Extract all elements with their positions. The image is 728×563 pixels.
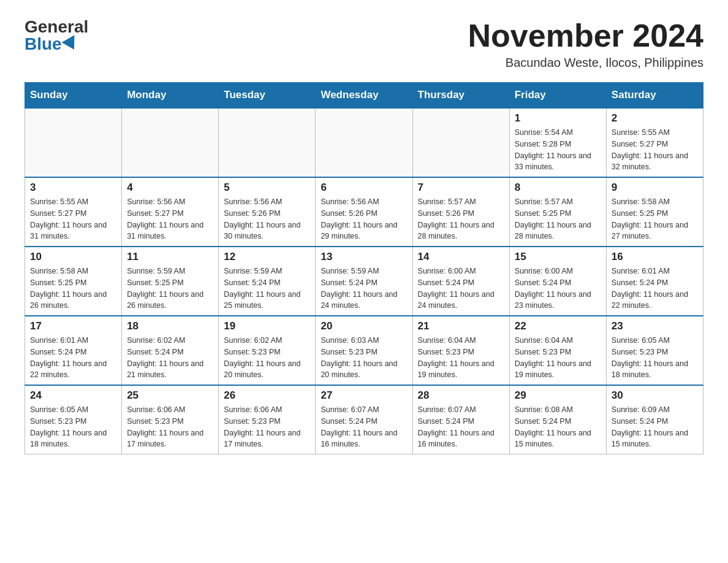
day-info: Sunrise: 5:57 AMSunset: 5:26 PMDaylight:… — [418, 196, 504, 242]
day-number: 23 — [612, 320, 698, 332]
calendar-cell: 30Sunrise: 6:09 AMSunset: 5:24 PMDayligh… — [606, 385, 703, 454]
day-number: 25 — [127, 389, 213, 402]
weekday-header-wednesday: Wednesday — [316, 83, 412, 109]
day-number: 5 — [224, 182, 310, 194]
week-row-5: 24Sunrise: 6:05 AMSunset: 5:23 PMDayligh… — [25, 385, 703, 454]
calendar-cell: 5Sunrise: 5:56 AMSunset: 5:26 PMDaylight… — [219, 177, 316, 247]
weekday-header-row: SundayMondayTuesdayWednesdayThursdayFrid… — [25, 83, 703, 109]
calendar-cell: 24Sunrise: 6:05 AMSunset: 5:23 PMDayligh… — [25, 385, 122, 454]
day-number: 9 — [612, 182, 698, 194]
calendar-cell: 1Sunrise: 5:54 AMSunset: 5:28 PMDaylight… — [509, 108, 606, 177]
day-info: Sunrise: 5:55 AMSunset: 5:27 PMDaylight:… — [30, 196, 116, 242]
day-info: Sunrise: 5:55 AMSunset: 5:27 PMDaylight:… — [612, 127, 698, 173]
calendar-cell: 12Sunrise: 5:59 AMSunset: 5:24 PMDayligh… — [219, 247, 316, 316]
calendar-cell: 15Sunrise: 6:00 AMSunset: 5:24 PMDayligh… — [509, 247, 606, 316]
day-number: 27 — [320, 389, 407, 402]
calendar-cell: 21Sunrise: 6:04 AMSunset: 5:23 PMDayligh… — [412, 316, 509, 385]
calendar-cell — [316, 108, 412, 177]
week-row-3: 10Sunrise: 5:58 AMSunset: 5:25 PMDayligh… — [25, 247, 703, 316]
calendar-cell: 18Sunrise: 6:02 AMSunset: 5:24 PMDayligh… — [122, 316, 219, 385]
day-number: 21 — [418, 320, 504, 332]
day-number: 22 — [515, 320, 601, 332]
calendar-cell: 11Sunrise: 5:59 AMSunset: 5:25 PMDayligh… — [122, 247, 219, 316]
day-number: 7 — [418, 182, 504, 194]
day-info: Sunrise: 5:58 AMSunset: 5:25 PMDaylight:… — [612, 196, 698, 242]
weekday-header-thursday: Thursday — [412, 83, 509, 109]
day-info: Sunrise: 6:03 AMSunset: 5:23 PMDaylight:… — [320, 335, 407, 381]
day-number: 14 — [418, 251, 504, 263]
day-number: 20 — [320, 320, 407, 332]
day-info: Sunrise: 5:56 AMSunset: 5:27 PMDaylight:… — [127, 196, 213, 242]
day-number: 19 — [224, 320, 310, 332]
week-row-4: 17Sunrise: 6:01 AMSunset: 5:24 PMDayligh… — [25, 316, 703, 385]
day-number: 1 — [515, 112, 601, 124]
day-number: 10 — [30, 251, 116, 263]
calendar-cell: 9Sunrise: 5:58 AMSunset: 5:25 PMDaylight… — [606, 177, 703, 247]
calendar-cell: 17Sunrise: 6:01 AMSunset: 5:24 PMDayligh… — [25, 316, 122, 385]
day-info: Sunrise: 6:09 AMSunset: 5:24 PMDaylight:… — [612, 404, 698, 450]
day-number: 26 — [224, 389, 310, 402]
logo: General Blue — [25, 18, 88, 53]
calendar-cell: 6Sunrise: 5:56 AMSunset: 5:26 PMDaylight… — [316, 177, 412, 247]
weekday-header-saturday: Saturday — [606, 83, 703, 109]
logo-blue-text: Blue — [25, 36, 78, 53]
calendar-cell: 29Sunrise: 6:08 AMSunset: 5:24 PMDayligh… — [509, 385, 606, 454]
weekday-header-tuesday: Tuesday — [219, 83, 316, 109]
calendar-cell: 14Sunrise: 6:00 AMSunset: 5:24 PMDayligh… — [412, 247, 509, 316]
day-number: 16 — [612, 251, 698, 263]
day-info: Sunrise: 5:59 AMSunset: 5:24 PMDaylight:… — [224, 266, 310, 312]
day-info: Sunrise: 6:06 AMSunset: 5:23 PMDaylight:… — [127, 404, 213, 450]
day-info: Sunrise: 6:08 AMSunset: 5:24 PMDaylight:… — [515, 404, 601, 450]
calendar-cell: 26Sunrise: 6:06 AMSunset: 5:23 PMDayligh… — [219, 385, 316, 454]
day-info: Sunrise: 6:01 AMSunset: 5:24 PMDaylight:… — [30, 335, 116, 381]
day-info: Sunrise: 5:59 AMSunset: 5:25 PMDaylight:… — [127, 266, 213, 312]
day-info: Sunrise: 6:07 AMSunset: 5:24 PMDaylight:… — [320, 404, 407, 450]
day-number: 4 — [127, 182, 213, 194]
day-info: Sunrise: 6:05 AMSunset: 5:23 PMDaylight:… — [612, 335, 698, 381]
day-info: Sunrise: 6:00 AMSunset: 5:24 PMDaylight:… — [515, 266, 601, 312]
day-info: Sunrise: 6:04 AMSunset: 5:23 PMDaylight:… — [515, 335, 601, 381]
weekday-header-sunday: Sunday — [25, 83, 122, 109]
calendar-cell: 13Sunrise: 5:59 AMSunset: 5:24 PMDayligh… — [316, 247, 412, 316]
calendar-table: SundayMondayTuesdayWednesdayThursdayFrid… — [25, 82, 703, 454]
weekday-header-friday: Friday — [509, 83, 606, 109]
calendar-cell: 27Sunrise: 6:07 AMSunset: 5:24 PMDayligh… — [316, 385, 412, 454]
day-info: Sunrise: 5:57 AMSunset: 5:25 PMDaylight:… — [515, 196, 601, 242]
day-info: Sunrise: 5:58 AMSunset: 5:25 PMDaylight:… — [30, 266, 116, 312]
calendar-cell: 3Sunrise: 5:55 AMSunset: 5:27 PMDaylight… — [25, 177, 122, 247]
calendar-cell: 28Sunrise: 6:07 AMSunset: 5:24 PMDayligh… — [412, 385, 509, 454]
calendar-cell: 10Sunrise: 5:58 AMSunset: 5:25 PMDayligh… — [25, 247, 122, 316]
day-info: Sunrise: 5:54 AMSunset: 5:28 PMDaylight:… — [515, 127, 601, 173]
calendar-cell: 25Sunrise: 6:06 AMSunset: 5:23 PMDayligh… — [122, 385, 219, 454]
day-info: Sunrise: 6:07 AMSunset: 5:24 PMDaylight:… — [418, 404, 504, 450]
day-number: 12 — [224, 251, 310, 263]
day-number: 18 — [127, 320, 213, 332]
calendar-cell: 8Sunrise: 5:57 AMSunset: 5:25 PMDaylight… — [509, 177, 606, 247]
calendar-cell: 16Sunrise: 6:01 AMSunset: 5:24 PMDayligh… — [606, 247, 703, 316]
logo-general-text: General — [25, 18, 88, 36]
day-number: 3 — [30, 182, 116, 194]
day-info: Sunrise: 6:02 AMSunset: 5:23 PMDaylight:… — [224, 335, 310, 381]
calendar-cell: 22Sunrise: 6:04 AMSunset: 5:23 PMDayligh… — [509, 316, 606, 385]
weekday-header-monday: Monday — [122, 83, 219, 109]
location-text: Bacundao Weste, Ilocos, Philippines — [468, 56, 703, 70]
day-number: 17 — [30, 320, 116, 332]
day-number: 30 — [612, 389, 698, 402]
calendar-cell — [219, 108, 316, 177]
calendar-cell: 20Sunrise: 6:03 AMSunset: 5:23 PMDayligh… — [316, 316, 412, 385]
calendar-cell — [122, 108, 219, 177]
day-number: 11 — [127, 251, 213, 263]
day-number: 13 — [320, 251, 407, 263]
day-info: Sunrise: 5:56 AMSunset: 5:26 PMDaylight:… — [224, 196, 310, 242]
title-section: November 2024 Bacundao Weste, Ilocos, Ph… — [468, 18, 703, 70]
day-info: Sunrise: 6:04 AMSunset: 5:23 PMDaylight:… — [418, 335, 504, 381]
day-number: 29 — [515, 389, 601, 402]
logo-triangle-icon — [61, 35, 80, 53]
day-info: Sunrise: 6:02 AMSunset: 5:24 PMDaylight:… — [127, 335, 213, 381]
day-number: 6 — [320, 182, 407, 194]
day-info: Sunrise: 6:00 AMSunset: 5:24 PMDaylight:… — [418, 266, 504, 312]
day-number: 15 — [515, 251, 601, 263]
day-info: Sunrise: 5:59 AMSunset: 5:24 PMDaylight:… — [320, 266, 407, 312]
week-row-1: 1Sunrise: 5:54 AMSunset: 5:28 PMDaylight… — [25, 108, 703, 177]
day-number: 28 — [418, 389, 504, 402]
